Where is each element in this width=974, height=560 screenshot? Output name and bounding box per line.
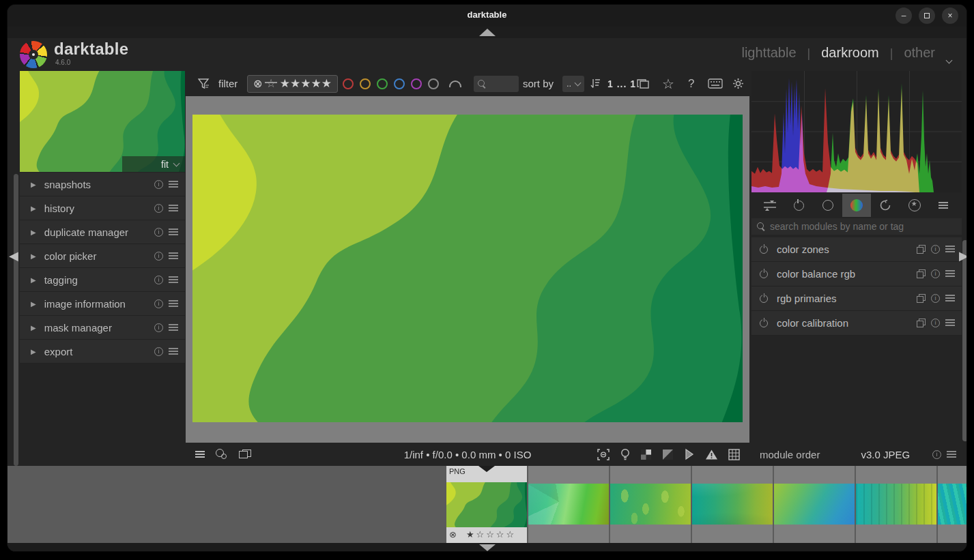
color-label-filter[interactable] — [377, 78, 388, 89]
close-button[interactable]: × — [942, 8, 958, 24]
info-icon[interactable]: i — [154, 276, 163, 284]
color-label-filter[interactable] — [394, 78, 405, 89]
info-icon[interactable]: i — [154, 180, 163, 189]
help-icon[interactable]: ? — [688, 77, 694, 91]
sort-direction-icon[interactable] — [590, 78, 602, 90]
expander-icon[interactable]: ▶ — [31, 252, 36, 260]
expander-icon[interactable]: ▶ — [31, 205, 36, 212]
overlays-star-icon[interactable]: ☆ — [662, 76, 674, 92]
info-icon[interactable]: i — [154, 204, 163, 213]
module-color-calibration[interactable]: color calibration i — [751, 311, 962, 336]
star-icon[interactable]: ★ — [280, 77, 290, 90]
presets-menu-icon[interactable] — [945, 270, 955, 278]
filmstrip-thumbnail[interactable] — [528, 466, 609, 543]
left-scrollbar[interactable] — [14, 174, 18, 466]
tab-color-group[interactable] — [842, 194, 871, 217]
star-rating-icons[interactable]: ★★★★★ — [280, 76, 332, 91]
reset-icon[interactable]: i — [931, 245, 940, 254]
filmstrip-grip-icon[interactable] — [478, 466, 495, 472]
expander-icon[interactable]: ▶ — [31, 300, 36, 308]
star-icon[interactable]: ★ — [300, 77, 311, 90]
presets-menu-icon[interactable] — [169, 181, 178, 188]
filter-funnel-icon[interactable] — [198, 78, 210, 90]
gamut-check-icon[interactable] — [705, 449, 718, 460]
reset-icon[interactable]: i — [931, 294, 940, 303]
zoom-mode-dropdown[interactable]: fit — [122, 156, 185, 172]
presets-menu-icon[interactable] — [945, 246, 955, 253]
expander-icon[interactable]: ▶ — [31, 276, 36, 284]
multi-instance-icon[interactable] — [917, 294, 926, 303]
sidebar-item-tagging[interactable]: ▶ tagging i — [20, 268, 185, 292]
softproof-icon[interactable] — [684, 448, 695, 460]
color-label-filter[interactable] — [343, 78, 354, 89]
expand-top-panel-icon[interactable] — [479, 29, 496, 36]
expander-icon[interactable]: ▶ — [31, 348, 36, 355]
multi-instance-icon[interactable] — [917, 269, 926, 278]
collapse-left-panel-icon[interactable]: ◀ — [9, 248, 18, 263]
tab-base-group[interactable] — [814, 194, 842, 217]
right-scrollbar[interactable] — [962, 240, 967, 441]
presets-menu-icon[interactable] — [169, 205, 178, 212]
guides-grid-icon[interactable] — [728, 449, 740, 460]
unstar-rating-icon[interactable]: ☆ — [266, 76, 276, 91]
navigation-thumbnail[interactable]: fit — [20, 71, 185, 172]
tab-other[interactable]: other — [904, 45, 935, 61]
sort-by-dropdown[interactable]: .. — [562, 76, 584, 92]
tab-lighttable[interactable]: lighttable — [741, 45, 796, 61]
info-icon[interactable]: i — [932, 450, 941, 459]
sidebar-item-duplicate-manager[interactable]: ▶ duplicate manager i — [20, 220, 185, 244]
minimize-button[interactable]: – — [896, 8, 912, 24]
sidebar-item-history[interactable]: ▶ history i — [20, 196, 185, 220]
presets-menu-icon[interactable] — [169, 324, 178, 331]
preferences-gear-icon[interactable] — [732, 77, 745, 90]
tab-active-group[interactable] — [784, 194, 813, 217]
color-assessment-checker-icon[interactable] — [640, 449, 652, 460]
tab-active-modules[interactable] — [756, 194, 784, 217]
multi-instance-icon[interactable] — [917, 319, 926, 327]
histogram[interactable] — [751, 71, 962, 192]
views-chevron-down-icon[interactable] — [946, 57, 953, 64]
color-label-filter[interactable] — [428, 78, 439, 89]
presets-menu-icon[interactable] — [169, 229, 178, 236]
filmstrip-thumbnail[interactable] — [610, 466, 691, 543]
star-rating[interactable]: ★☆☆☆☆ — [466, 529, 516, 540]
info-icon[interactable]: i — [154, 323, 163, 332]
reject-icon[interactable]: ⊗ — [449, 529, 457, 540]
collapse-filmstrip-icon[interactable] — [479, 544, 496, 551]
presets-menu-icon[interactable] — [947, 451, 956, 458]
filmstrip-thumbnail[interactable] — [856, 466, 936, 543]
star-icon[interactable]: ★ — [321, 77, 332, 90]
sidebar-item-mask-manager[interactable]: ▶ mask manager i — [20, 316, 185, 340]
darkroom-canvas[interactable]: 1/inf • f/0.0 • 0.0 mm • 0 ISO — [186, 96, 749, 466]
reject-rating-icon[interactable]: ⊗ — [253, 77, 262, 90]
power-icon[interactable] — [760, 246, 768, 254]
maximize-button[interactable] — [919, 8, 935, 24]
iso12646-bulb-icon[interactable] — [620, 448, 630, 460]
rating-filter[interactable]: ⊗ ☆ ★★★★★ — [247, 75, 338, 93]
module-color-balance-rgb[interactable]: color balance rgb i — [751, 262, 962, 286]
tab-darkroom[interactable]: darkroom — [821, 45, 878, 61]
power-icon[interactable] — [760, 295, 768, 303]
module-groups-menu[interactable] — [929, 194, 958, 217]
filmstrip-thumbnail[interactable] — [692, 466, 773, 543]
module-rgb-primaries[interactable]: rgb primaries i — [751, 286, 962, 311]
module-order-value[interactable]: v3.0 JPEG — [861, 449, 910, 460]
filmstrip-thumbnail-selected[interactable]: PNG ⊗ ★☆☆☆☆ — [446, 466, 527, 543]
presets-menu-icon[interactable] — [169, 276, 178, 284]
presets-menu-icon[interactable] — [169, 300, 178, 308]
overexposed-icon[interactable] — [662, 449, 674, 460]
filmstrip-thumbnail[interactable] — [774, 466, 855, 543]
tab-effects-group[interactable] — [900, 194, 929, 217]
power-icon[interactable] — [760, 319, 768, 327]
collapse-right-panel-icon[interactable]: ▶ — [959, 248, 967, 263]
star-icon[interactable]: ★ — [311, 77, 321, 90]
power-icon[interactable] — [760, 270, 768, 278]
reset-icon[interactable]: i — [931, 269, 940, 278]
presets-menu-icon[interactable] — [945, 319, 955, 327]
shortcuts-keyboard-icon[interactable] — [708, 78, 723, 89]
expander-icon[interactable]: ▶ — [31, 181, 36, 188]
main-image[interactable] — [192, 115, 743, 422]
reset-icon[interactable]: i — [931, 319, 940, 327]
filter-search-input[interactable] — [474, 76, 519, 92]
star-icon[interactable]: ★ — [290, 77, 300, 90]
